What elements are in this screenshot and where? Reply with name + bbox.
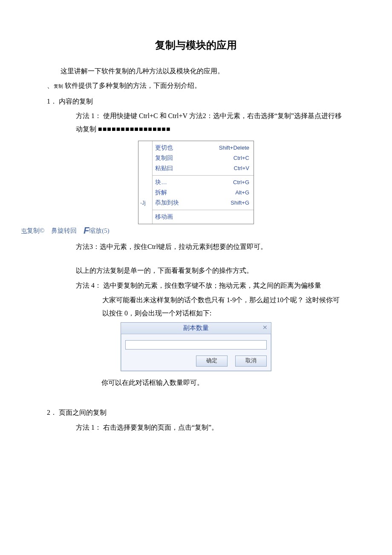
cancel-button[interactable]: 取消 [235,356,267,367]
dialog-figure: 副本数量 ✕ 确定 取消 [47,322,345,371]
document-page: 复制与模块的应用 这里讲解一下软件复制的几种方法以及模块化的应用。 、复制 软件… [0,0,392,461]
toolbar-copy: 复制© [27,227,44,234]
section-2-heading: 2． 页面之间的复制 [47,406,345,419]
menu-shortcut: Shift+G [231,199,249,206]
copy-intro-text: 软件提供了多种复制的方法，下面分别介绍。 [63,82,201,89]
menu-item-copy[interactable]: 复制回 Ctrl+C [153,153,254,163]
toolbar-scale: 缩放(5) [89,227,110,234]
menu-label: 忝加到块 [155,199,179,207]
context-menu-gutter: -Jj [138,141,153,224]
menu-group-2: 块… Ctrl+G 拆解 Alt+G 忝加到块 Shift+G [153,176,254,210]
copy-label: 复制 [54,84,63,89]
punct: 、 [47,82,54,89]
menu-shortcut: Ctrl+G [233,179,249,185]
menu-item-unblock[interactable]: 拆解 Alt+G [153,188,254,198]
menu-group-1: 更切也 Shift+Delete 复制回 Ctrl+C 粘贴曰 Ctrl+V [153,141,254,175]
copy-intro-line: 、复制 软件提供了多种复制的方法，下面分别介绍。 [47,79,345,92]
section-2-number: 2． [47,409,57,416]
toolbar-rotate: 鼻旋转回 [51,227,77,234]
dialog-caption: 你可以在此对话框输入数量即可。 [101,376,345,389]
page-title: 复制与模块的应用 [47,38,345,52]
menu-item-move[interactable]: 移动画 [153,212,254,222]
menu-label: 拆解 [155,189,167,197]
dialog-buttons: 确定 取消 [121,352,271,371]
toolbar-strip: 屯复制© 鼻旋转回 F缩放(5) [21,225,345,236]
menu-label: 粘贴曰 [155,165,173,172]
section-2-title: 页面之间的复制 [59,409,107,416]
spacer [47,255,345,263]
menu-label: 移动画 [155,213,173,221]
section-1-heading: 1． 内容的复制 [47,95,345,108]
section-2-method-1: 方法 1： 右击选择要复制的页面，点击“复制”。 [47,421,345,434]
toolbar-icon-1: 屯 [21,228,27,234]
section-1-title: 内容的复制 [59,98,93,105]
copies-input[interactable] [125,340,267,350]
menu-shortcut: Alt+G [235,189,249,196]
context-menu-figure: -Jj 更切也 Shift+Delete 复制回 Ctrl+C 粘贴曰 Ctrl… [47,141,345,224]
menu-item-cut[interactable]: 更切也 Shift+Delete [153,143,254,153]
copies-dialog: 副本数量 ✕ 确定 取消 [121,322,271,371]
menu-item-add-to-block[interactable]: 忝加到块 Shift+G [153,198,254,208]
method-3: 方法3：选中元素，按住Ctrl键后，拉动元素到想要的位置即可。 [47,240,345,253]
menu-shortcut: Ctrl+C [233,155,249,161]
dialog-title-text: 副本数量 [183,324,209,331]
scale-icon: F [84,225,89,236]
context-menu-body: 更切也 Shift+Delete 复制回 Ctrl+C 粘贴曰 Ctrl+V [153,141,254,224]
context-menu: -Jj 更切也 Shift+Delete 复制回 Ctrl+C 粘贴曰 Ctrl… [138,141,254,224]
close-icon[interactable]: ✕ [262,324,268,331]
menu-label: 块… [155,179,167,186]
menu-shortcut: Shift+Delete [219,145,249,151]
menu-shortcut: Ctrl+V [234,165,249,171]
menu-label: 复制回 [155,154,173,162]
menu-item-paste[interactable]: 粘贴曰 Ctrl+V [153,163,254,173]
method-4-line1: 方法 4： 选中要复制的元素，按住数字键不放；拖动元素，其之间的距离为偏移量 [47,279,345,292]
redaction-squares: ■■■■■■■■■■■■■■■■ [98,125,171,133]
menu-group-3: 移动画 [153,210,254,224]
intro-paragraph: 这里讲解一下软件复制的几种方法以及模块化的应用。 [47,65,345,78]
gutter-label: -Jj [140,200,146,206]
section-1-number: 1． [47,98,57,105]
method-4-line2: 大家可能看出来这样复制的话个数也只有 1-9个，那么超过10个呢？ 这时候你可以… [47,294,345,320]
method-1-2: 方法 1： 使用快捷键 Ctrl+C 和 Ctrl+V 方法2：选中元素，右击选… [47,110,345,136]
ok-button[interactable]: 确定 [196,356,228,367]
menu-item-block[interactable]: 块… Ctrl+G [153,177,254,188]
dialog-titlebar: 副本数量 ✕ [121,323,271,334]
menu-label: 更切也 [155,144,173,152]
dialog-body [121,334,271,352]
single-note: 以上的方法复制是单一的，下面看看复制多个的操作方式。 [47,264,345,277]
